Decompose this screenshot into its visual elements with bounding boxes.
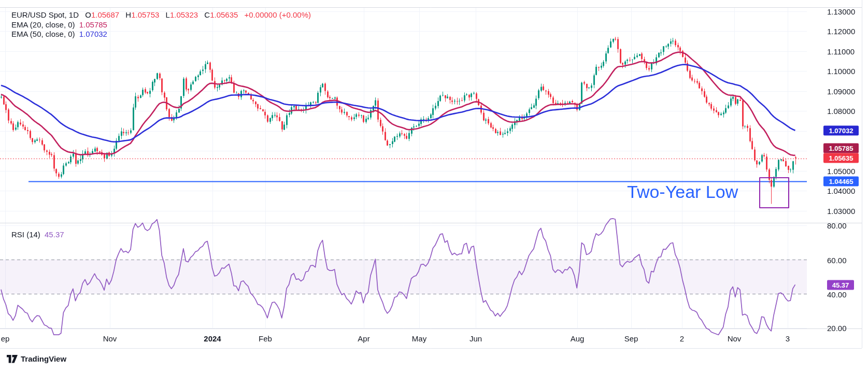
two-year-low-annotation[interactable]: Two-Year Low (627, 182, 738, 202)
open-value: 1.05687 (91, 10, 119, 19)
rsi-legend[interactable]: RSI (14) 45.37 (11, 230, 64, 239)
ema50-label: EMA (50, close, 0) (11, 30, 75, 38)
axis-price-label: 80.00 (827, 221, 847, 230)
axis-price-label: 1.12000 (827, 27, 855, 36)
rsi-value-badge: 45.37 (827, 280, 854, 290)
axis-price-label: 1.04000 (827, 187, 855, 195)
axis-time-label: 2 (680, 334, 684, 343)
axis-time-label: 2024 (204, 334, 221, 343)
symbol-title: EUR/USD Spot, 1D (11, 10, 79, 19)
axis-time-label: Jun (469, 334, 482, 343)
axis-price-label: 1.05000 (827, 167, 855, 176)
high-value: 1.05753 (131, 10, 159, 19)
last-price-badge: 1.05635 (823, 153, 859, 163)
low-value: 1.05323 (170, 10, 198, 19)
close-label: C (204, 10, 210, 19)
axis-price-label: 60.00 (827, 256, 847, 265)
ema20-label: EMA (20, close, 0) (11, 20, 75, 29)
axis-time-label: ep (1, 334, 10, 343)
axis-time-label: Aug (571, 334, 585, 343)
axis-price-label: 1.03000 (827, 207, 855, 216)
ema50-price-badge: 1.07032 (823, 126, 859, 136)
support-price-badge: 1.04465 (823, 177, 859, 187)
ema20-price-badge: 1.05785 (823, 144, 859, 153)
tradingview-logo[interactable]: TradingView (7, 354, 66, 363)
ema20-legend[interactable]: EMA (20, close, 0) 1.05785 (11, 20, 107, 29)
chart-window: { "header": { "symbol_title": "EUR/USD S… (0, 0, 868, 372)
rsi-label: RSI (14) (11, 230, 40, 239)
tradingview-logo-icon (7, 355, 18, 363)
axis-price-label: 1.09000 (827, 87, 855, 96)
ema20-value: 1.05785 (79, 20, 107, 29)
high-label: H (125, 10, 131, 19)
low-label: L (166, 10, 170, 19)
axis-time-label: Sep (624, 334, 638, 343)
axis-price-label: 40.00 (827, 290, 847, 299)
axis-time-label: Feb (259, 334, 272, 343)
axis-time-label: Nov (103, 334, 117, 343)
axis-time-label: Nov (728, 334, 742, 343)
axis-time-label: Apr (358, 334, 369, 343)
axis-price-label: 1.11000 (827, 47, 855, 56)
axis-price-label: 1.08000 (827, 107, 855, 116)
axis-price-label: 1.13000 (827, 7, 855, 16)
change-value: +0.00000 (+0.00%) (245, 10, 311, 19)
axis-time-label: 3 (786, 334, 790, 343)
ema50-value: 1.07032 (79, 30, 107, 38)
open-label: O (85, 10, 91, 19)
symbol-legend[interactable]: EUR/USD Spot, 1D O1.05687 H1.05753 L1.05… (11, 10, 311, 19)
rsi-value: 45.37 (45, 230, 64, 239)
axis-price-label: 20.00 (827, 324, 847, 333)
axis-time-label: May (412, 334, 426, 343)
tradingview-logo-text: TradingView (21, 354, 66, 363)
ema50-legend[interactable]: EMA (50, close, 0) 1.07032 (11, 30, 107, 38)
close-value: 1.05635 (210, 10, 238, 19)
axis-price-label: 1.10000 (827, 67, 855, 76)
